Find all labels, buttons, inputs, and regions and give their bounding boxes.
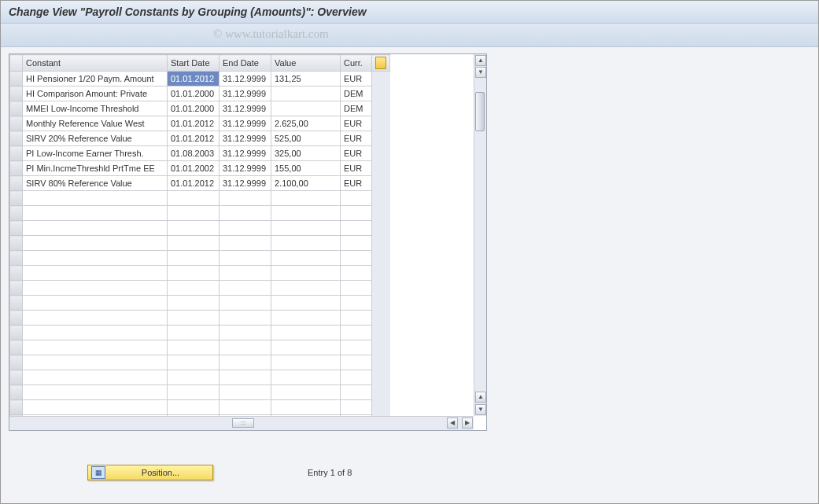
row-selector[interactable] [10,385,23,400]
table-row[interactable] [10,400,390,415]
row-selector[interactable] [10,116,23,131]
cell-end-date[interactable]: 31.12.9999 [220,86,271,101]
scroll-up-icon[interactable]: ▲ [475,55,486,66]
scroll-up-step-icon[interactable]: ▲ [475,392,486,403]
cell-currency[interactable]: EUR [341,116,372,131]
row-selector[interactable] [10,355,23,370]
cell-end-date[interactable]: 31.12.9999 [220,176,271,191]
table-row[interactable] [10,281,390,296]
cell-currency[interactable]: DEM [341,86,372,101]
row-selector[interactable] [10,161,23,176]
row-selector[interactable] [10,281,23,296]
cell-start-date[interactable]: 01.01.2012 [168,116,220,131]
cell-currency[interactable]: EUR [341,176,372,191]
table-row[interactable] [10,326,390,340]
cell-value[interactable]: 2.625,00 [271,116,341,131]
row-selector[interactable] [10,400,23,415]
table-row[interactable] [10,206,390,221]
table-row[interactable]: PI Low-Income Earner Thresh.01.08.200331… [10,146,390,161]
cell-value[interactable]: 525,00 [271,131,341,146]
table-row[interactable]: SIRV 20% Reference Value01.01.201231.12.… [10,131,390,146]
cell-value[interactable]: 155,00 [271,161,341,176]
cell-constant[interactable]: Monthly Reference Value West [23,116,168,131]
cell-currency[interactable]: EUR [341,161,372,176]
table-row[interactable] [10,385,390,400]
row-selector[interactable] [10,191,23,206]
cell-start-date[interactable]: 01.01.2002 [168,161,220,176]
cell-value[interactable]: 2.100,00 [271,176,341,191]
scroll-right-icon[interactable]: ▶ [462,418,473,429]
col-constant[interactable]: Constant [23,55,168,72]
row-selector[interactable] [10,176,23,191]
cell-constant[interactable]: PI Min.IncmeThreshld PrtTme EE [23,161,168,176]
cell-value[interactable] [271,86,341,101]
cell-constant[interactable]: HI Pensioner 1/20 Paym. Amount [23,72,168,86]
table-row[interactable] [10,370,390,385]
table-row[interactable] [10,311,390,326]
cell-end-date[interactable]: 31.12.9999 [220,116,271,131]
cell-constant[interactable]: MMEI Low-Income Threshold [23,101,168,116]
row-selector[interactable] [10,311,23,326]
cell-start-date[interactable]: 01.01.2012 [168,72,220,86]
table-row[interactable]: Monthly Reference Value West01.01.201231… [10,116,390,131]
row-selector[interactable] [10,236,23,251]
position-button[interactable]: ▦ Position... [87,465,213,480]
cell-end-date[interactable]: 31.12.9999 [220,161,271,176]
col-start-date[interactable]: Start Date [168,55,220,72]
col-end-date[interactable]: End Date [220,55,271,72]
cell-end-date[interactable]: 31.12.9999 [220,131,271,146]
row-selector[interactable] [10,86,23,101]
col-configure[interactable] [372,55,390,72]
row-selector[interactable] [10,296,23,311]
cell-start-date[interactable]: 01.08.2003 [168,146,220,161]
cell-constant[interactable]: SIRV 80% Reference Value [23,176,168,191]
table-row[interactable]: HI Pensioner 1/20 Paym. Amount01.01.2012… [10,72,390,86]
select-all-header[interactable] [10,55,23,72]
scroll-left-icon[interactable]: ◀ [447,418,458,429]
scroll-down-icon[interactable]: ▼ [475,404,486,415]
cell-constant[interactable]: SIRV 20% Reference Value [23,131,168,146]
cell-constant[interactable]: PI Low-Income Earner Thresh. [23,146,168,161]
table-row[interactable] [10,340,390,355]
configure-columns-icon[interactable] [375,57,386,69]
table-row[interactable] [10,296,390,311]
cell-constant[interactable]: HI Comparison Amount: Private [23,86,168,101]
table-row[interactable] [10,236,390,251]
cell-value[interactable] [271,101,341,116]
row-selector[interactable] [10,266,23,281]
table-row[interactable] [10,266,390,281]
row-selector[interactable] [10,370,23,385]
cell-value[interactable]: 131,25 [271,72,341,86]
row-selector[interactable] [10,131,23,146]
cell-end-date[interactable]: 31.12.9999 [220,72,271,86]
cell-currency[interactable]: EUR [341,146,372,161]
row-selector[interactable] [10,251,23,266]
scroll-down-step-icon[interactable]: ▼ [475,67,486,78]
horizontal-scrollbar[interactable]: ::: ◀ ▶ [9,416,474,430]
row-selector[interactable] [10,146,23,161]
cell-currency[interactable]: EUR [341,72,372,86]
row-selector[interactable] [10,326,23,340]
cell-currency[interactable]: DEM [341,101,372,116]
cell-start-date[interactable]: 01.01.2000 [168,101,220,116]
cell-currency[interactable]: EUR [341,131,372,146]
col-currency[interactable]: Curr. [341,55,372,72]
vertical-scrollbar[interactable]: ▲ ▼ ▲ ▼ [474,54,486,416]
table-row[interactable] [10,355,390,370]
table-row[interactable] [10,251,390,266]
row-selector[interactable] [10,206,23,221]
table-row[interactable] [10,191,390,206]
table-row[interactable]: PI Min.IncmeThreshld PrtTme EE01.01.2002… [10,161,390,176]
col-value[interactable]: Value [271,55,341,72]
cell-start-date[interactable]: 01.01.2012 [168,176,220,191]
row-selector[interactable] [10,101,23,116]
table-row[interactable]: MMEI Low-Income Threshold01.01.200031.12… [10,101,390,116]
cell-start-date[interactable]: 01.01.2012 [168,131,220,146]
cell-end-date[interactable]: 31.12.9999 [220,101,271,116]
row-selector[interactable] [10,72,23,86]
row-selector[interactable] [10,221,23,236]
cell-end-date[interactable]: 31.12.9999 [220,146,271,161]
cell-start-date[interactable]: 01.01.2000 [168,86,220,101]
table-row[interactable]: SIRV 80% Reference Value01.01.201231.12.… [10,176,390,191]
row-selector[interactable] [10,340,23,355]
